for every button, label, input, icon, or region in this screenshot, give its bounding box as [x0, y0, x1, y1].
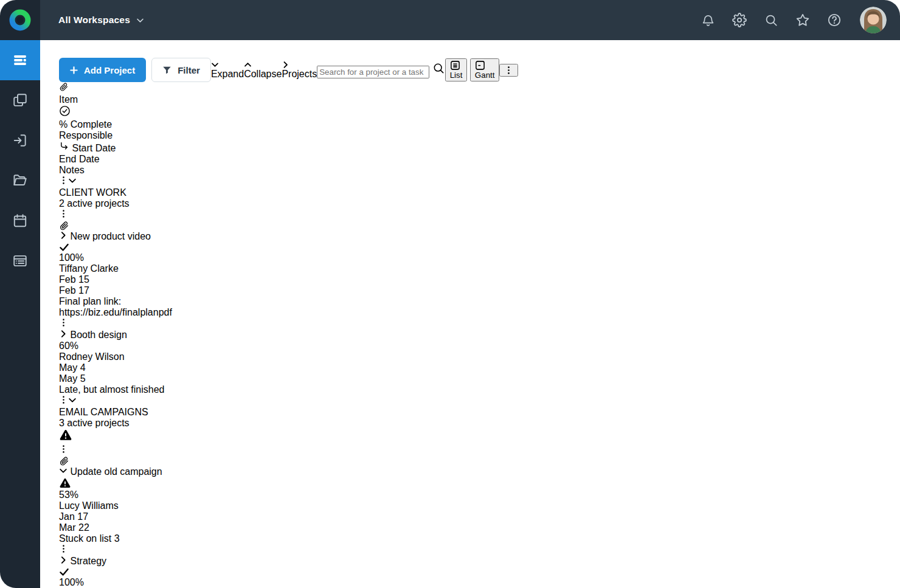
row-expand-chevron[interactable]	[59, 466, 68, 477]
view-toggle: List Gantt	[445, 58, 500, 81]
item-name: Update old campaign	[70, 466, 162, 477]
logo-donut-icon	[8, 8, 32, 32]
responsible-cell: Rodney Wilson	[59, 351, 891, 362]
status-column-icon	[59, 105, 891, 119]
row-expand-chevron[interactable]	[59, 556, 68, 566]
group-subtitle: 3 active projects	[59, 418, 891, 429]
sidebar-nav	[0, 40, 40, 281]
chevron-right-icon	[282, 61, 317, 69]
responsible-cell: Lucy Williams	[59, 500, 891, 511]
projects-link[interactable]: Projects	[282, 61, 317, 80]
header-end-date: End Date	[59, 154, 891, 165]
row-expand-chevron[interactable]	[59, 330, 68, 340]
subtask-arrow-icon	[59, 143, 72, 153]
help-icon[interactable]	[827, 13, 842, 27]
attachment-clip[interactable]	[59, 456, 891, 466]
collapse-link[interactable]: Collapse	[244, 61, 282, 80]
end-date-cell: Mar 22	[59, 522, 891, 533]
attachment-clip[interactable]	[59, 221, 891, 231]
project-groups: CLIENT WORK2 active projects New product…	[59, 176, 891, 588]
project-group-card: CLIENT WORK2 active projects New product…	[59, 176, 891, 395]
requests-signin-icon	[12, 133, 28, 148]
calendar-icon	[12, 213, 28, 229]
search-input[interactable]	[317, 66, 429, 78]
start-date-cell: Jan 17	[59, 511, 891, 522]
status-cell	[59, 242, 891, 252]
toolbar: Add Project Filter Expand Collapse	[59, 58, 891, 82]
sidebar-item-requests-signin[interactable]	[0, 120, 40, 161]
chevron-down-icon	[211, 61, 244, 69]
row-menu-button[interactable]	[59, 444, 891, 456]
group-menu-button[interactable]	[59, 396, 68, 406]
add-project-label: Add Project	[84, 65, 135, 75]
item-name: Strategy	[70, 556, 106, 566]
group-warning-red-icon	[59, 434, 72, 444]
start-date-cell: Feb 15	[59, 274, 891, 285]
sidebar-item-projects-list[interactable]	[0, 40, 40, 80]
plus-icon	[70, 66, 78, 74]
sidebar-item-boards-layers[interactable]	[0, 80, 40, 120]
project-row[interactable]: Strategy 100% Amy Ashton Jan 17 Feb 9	[59, 544, 891, 588]
group-menu-button[interactable]	[59, 176, 68, 187]
progress-cell: 100%	[59, 577, 891, 588]
settings-gear-icon[interactable]	[732, 13, 747, 27]
status-cell	[59, 477, 891, 489]
row-expand-chevron[interactable]	[59, 231, 68, 241]
row-menu-button[interactable]	[59, 209, 891, 221]
table-header: Item % Complete Responsible Start Date E…	[59, 82, 891, 176]
row-menu-button[interactable]	[59, 544, 891, 556]
end-date-cell: May 5	[59, 373, 891, 384]
progress-cell: 53%	[59, 489, 891, 500]
list-view-icon	[450, 60, 463, 71]
add-project-button[interactable]: Add Project	[59, 58, 146, 82]
progress-percent: 60%	[59, 341, 78, 351]
project-row[interactable]: Booth design 60% Rodney Wilson May 4 May…	[59, 318, 891, 395]
header-item: Item	[59, 94, 891, 105]
group-collapse-chevron[interactable]	[68, 176, 77, 187]
group-header: CLIENT WORK2 active projects	[59, 176, 891, 209]
note-text: Late, but almost finished	[59, 384, 891, 395]
filter-label: Filter	[178, 65, 200, 75]
expand-link[interactable]: Expand	[211, 61, 244, 80]
app-logo	[0, 0, 40, 40]
item-name: Booth design	[70, 330, 126, 340]
filter-button[interactable]: Filter	[151, 58, 211, 82]
project-row[interactable]: New product video 100% Tiffany Clarke Fe…	[59, 209, 891, 318]
row-menu-button[interactable]	[59, 318, 891, 330]
search-icon	[432, 66, 445, 77]
sidebar-item-calendar[interactable]	[0, 201, 40, 241]
bell-icon[interactable]	[701, 13, 715, 27]
user-avatar[interactable]	[860, 7, 887, 33]
favorites-star-icon[interactable]	[795, 13, 810, 27]
header-start-date: Start Date	[72, 143, 116, 153]
sidebar-item-reports-table[interactable]	[0, 241, 40, 281]
reports-table-icon	[12, 253, 28, 269]
sidebar	[0, 0, 40, 588]
gantt-view-button[interactable]: Gantt	[470, 58, 500, 81]
project-row[interactable]: Update old campaign 53% Lucy Williams Ja…	[59, 444, 891, 544]
warning-amber-icon	[59, 477, 891, 489]
start-date-cell: May 4	[59, 362, 891, 373]
group-subtitle: 2 active projects	[59, 198, 891, 209]
group-header: EMAIL CAMPAIGNS3 active projects	[59, 395, 891, 444]
progress-cell: 60%	[59, 341, 891, 351]
boards-layers-icon	[12, 92, 28, 108]
workspace-selector[interactable]: All Workspaces	[58, 15, 144, 26]
topbar-icons	[701, 13, 842, 27]
group-collapse-chevron[interactable]	[68, 396, 77, 406]
note-text: Stuck on list 3	[59, 533, 891, 544]
complete-check-icon	[59, 242, 891, 252]
more-options-button[interactable]	[499, 64, 518, 77]
status-cell	[59, 567, 891, 577]
project-group-card: EMAIL CAMPAIGNS3 active projects Update …	[59, 395, 891, 588]
main-content: Add Project Filter Expand Collapse	[40, 40, 900, 588]
gantt-view-icon	[475, 60, 495, 71]
responsible-cell: Tiffany Clarke	[59, 263, 891, 274]
search-icon[interactable]	[764, 13, 778, 27]
list-view-button[interactable]: List	[445, 58, 468, 81]
complete-check-icon	[59, 567, 891, 577]
app-window: All Workspaces	[0, 0, 900, 588]
notes-cell: Late, but almost finished	[59, 384, 891, 395]
sidebar-item-documents-folder[interactable]	[0, 161, 40, 201]
note-link[interactable]: https://biz.edu/finalplanpdf	[59, 307, 891, 318]
